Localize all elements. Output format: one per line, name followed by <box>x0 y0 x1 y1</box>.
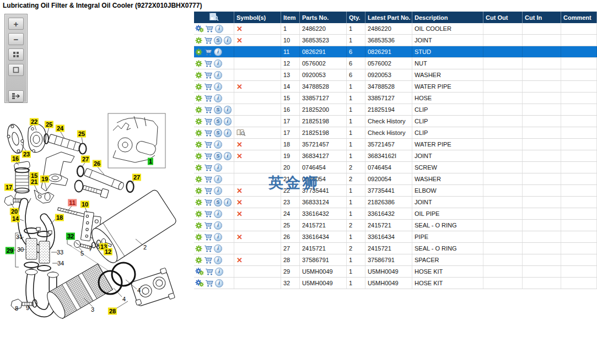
cart-icon[interactable] <box>204 164 212 171</box>
diagram-callout-11[interactable]: 11 <box>68 199 77 207</box>
diagram-callout-32[interactable]: 32 <box>66 233 75 240</box>
gear-icon[interactable] <box>195 83 202 90</box>
table-row-item-29[interactable]: i29U5MH00491U5MH0049HOSE KIT <box>194 266 597 278</box>
gear-icon[interactable] <box>195 222 202 229</box>
gear-icon[interactable] <box>195 257 202 264</box>
cart-icon[interactable] <box>204 72 212 79</box>
cart-icon[interactable] <box>205 25 213 32</box>
diagram-callout-23[interactable]: 23 <box>22 151 31 158</box>
supersession-icon[interactable]: S <box>214 106 222 114</box>
info-icon[interactable]: i <box>214 140 222 149</box>
info-icon[interactable]: i <box>214 83 222 91</box>
diagram-callout-21[interactable]: 21 <box>30 178 39 186</box>
info-icon[interactable]: i <box>214 210 222 218</box>
table-row-item-14[interactable]: i✕1434788528134788528WATER PIPE <box>194 81 597 93</box>
gear-icon[interactable] <box>195 210 202 218</box>
linked-gears-icon[interactable] <box>195 279 203 287</box>
cart-icon[interactable] <box>204 222 212 229</box>
table-row-item-15[interactable]: i1533857127133857127HOSE <box>194 93 597 104</box>
info-icon[interactable]: i <box>215 279 223 287</box>
diagram-callout-19[interactable]: 19 <box>40 176 49 183</box>
gear-icon[interactable] <box>195 153 202 160</box>
diagram-callout-29[interactable]: 29 <box>6 247 14 254</box>
linked-gears-icon[interactable] <box>195 268 203 276</box>
table-row-item-23[interactable]: Si✕2336833124121826386JOINT <box>194 197 597 208</box>
info-icon[interactable]: i <box>214 245 222 253</box>
table-row-item-32[interactable]: i32U5MH00491U5MH0049HOSE KIT <box>194 278 597 289</box>
table-row-item-12[interactable]: i12057600260576002NUT <box>194 58 597 69</box>
diagram-callout-18[interactable]: 18 <box>55 214 64 221</box>
diagram-callout-1[interactable]: 1 <box>148 158 153 165</box>
cart-icon[interactable] <box>204 106 212 113</box>
info-icon[interactable]: i <box>214 233 222 241</box>
table-row-item-18[interactable]: i✕1835721457135721457WATER PIPE <box>194 139 597 150</box>
gear-icon[interactable] <box>195 199 202 206</box>
diagram-callout-26[interactable]: 26 <box>93 160 101 167</box>
table-row-item-20[interactable]: i20074645420746454SCREW <box>194 162 597 173</box>
info-icon[interactable]: i <box>215 268 223 276</box>
cart-icon[interactable] <box>204 210 212 218</box>
info-icon[interactable]: i <box>214 256 222 264</box>
cart-icon[interactable] <box>204 95 212 102</box>
gear-icon[interactable] <box>195 233 202 241</box>
cart-icon[interactable] <box>204 176 212 183</box>
cart-icon[interactable] <box>204 118 212 125</box>
info-icon[interactable]: i <box>224 106 232 114</box>
info-icon[interactable]: i <box>214 221 222 230</box>
supersession-icon[interactable]: S <box>214 198 222 207</box>
cart-icon[interactable] <box>204 199 212 206</box>
cart-icon[interactable] <box>204 141 212 148</box>
table-row-item-25[interactable]: i25241572122415721SEAL - O RING <box>194 220 597 231</box>
gear-icon[interactable] <box>195 95 202 102</box>
cart-icon[interactable] <box>204 245 212 252</box>
diagram-callout-12[interactable]: 12 <box>104 248 112 256</box>
table-row-item-27[interactable]: i27241572122415721SEAL - O RING <box>194 243 597 254</box>
diagram-callout-25[interactable]: 25 <box>45 121 53 128</box>
cart-icon[interactable] <box>204 233 212 241</box>
table-row-item-21[interactable]: i21092005420920054WASHER <box>194 173 597 185</box>
table-row-item-17-8[interactable]: Si17218251981Check HistoryCLIP <box>194 116 597 127</box>
gear-icon[interactable] <box>195 48 202 56</box>
zoom-out-button[interactable]: − <box>8 33 24 45</box>
diagram-callout-25[interactable]: 25 <box>77 131 86 138</box>
cart-icon[interactable] <box>204 60 212 67</box>
info-icon[interactable]: i <box>224 129 232 137</box>
info-icon[interactable]: i <box>214 71 222 79</box>
single-view-button[interactable] <box>8 64 24 76</box>
table-row-item-26[interactable]: i✕2633616434133616434PIPE <box>194 231 597 243</box>
toggle-panel-button[interactable] <box>8 90 24 102</box>
diagram-callout-20[interactable]: 20 <box>10 208 19 215</box>
table-row-item-10[interactable]: Si✕1036853523136853536JOINT <box>194 35 597 46</box>
diagram-callout-10[interactable]: 10 <box>80 201 89 208</box>
diagram-callout-16[interactable]: 16 <box>11 155 20 162</box>
table-row-item-1[interactable]: i✕1248622012486220OIL COOLER <box>194 23 597 35</box>
table-row-item-19[interactable]: Si✕1936834127136834162IJOINT <box>194 150 597 162</box>
supersession-icon[interactable]: S <box>214 152 222 160</box>
info-icon[interactable]: i <box>214 94 222 102</box>
gear-icon[interactable] <box>195 72 202 79</box>
diagram-callout-22[interactable]: 22 <box>30 118 39 126</box>
cart-icon[interactable] <box>204 187 212 194</box>
cart-icon[interactable] <box>205 268 213 275</box>
diagram-callout-28[interactable]: 28 <box>108 308 117 315</box>
gear-icon[interactable] <box>195 187 202 194</box>
cart-icon[interactable] <box>204 257 212 264</box>
zoom-in-button[interactable]: + <box>8 18 24 30</box>
supersession-icon[interactable]: S <box>214 129 222 137</box>
gear-icon[interactable] <box>195 37 202 44</box>
cart-icon[interactable] <box>204 129 212 137</box>
supersession-icon[interactable]: S <box>214 36 222 45</box>
info-icon[interactable]: i <box>214 59 222 68</box>
gear-icon[interactable] <box>195 129 202 137</box>
info-icon[interactable]: i <box>214 187 222 195</box>
diagram-callout-24[interactable]: 24 <box>56 125 64 132</box>
info-icon[interactable]: i <box>214 164 222 172</box>
multi-view-button[interactable] <box>8 48 24 61</box>
gear-icon[interactable] <box>195 118 202 125</box>
diagram-callout-17[interactable]: 17 <box>4 184 13 191</box>
diagram-callout-14[interactable]: 14 <box>11 215 20 222</box>
table-row-item-13[interactable]: i13092005360920053WASHER <box>194 69 597 81</box>
cart-icon[interactable] <box>205 280 213 287</box>
info-icon[interactable]: i <box>224 152 232 160</box>
linked-gears-icon[interactable] <box>195 25 203 33</box>
